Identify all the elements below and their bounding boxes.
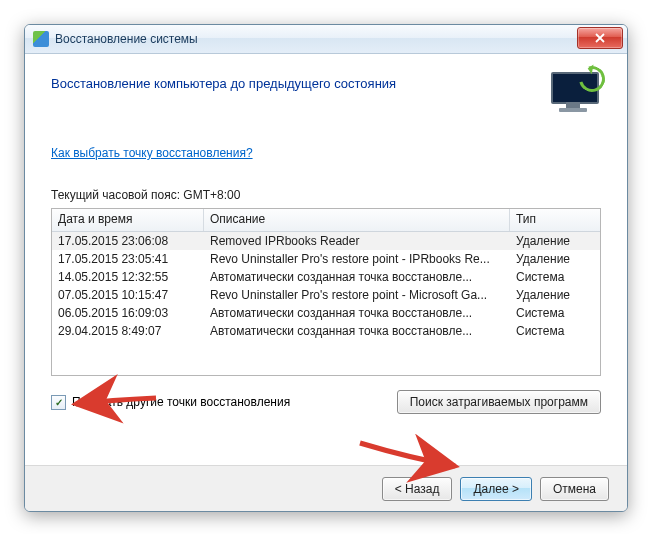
next-button[interactable]: Далее > [460,477,532,501]
close-icon [595,33,605,43]
cell-description: Автоматически созданная точка восстановл… [204,269,510,285]
table-row[interactable]: 17.05.2015 23:06:08 Removed IPRbooks Rea… [52,232,600,250]
checkbox-label: Показать другие точки восстановления [72,395,290,409]
scan-affected-button[interactable]: Поиск затрагиваемых программ [397,390,601,414]
help-link[interactable]: Как выбрать точку восстановления? [51,146,253,160]
cell-type: Удаление [510,287,600,303]
table-row[interactable]: 29.04.2015 8:49:07 Автоматически созданн… [52,322,600,340]
cell-type: Система [510,323,600,339]
back-button[interactable]: < Назад [382,477,453,501]
table-row[interactable]: 07.05.2015 10:15:47 Revo Uninstaller Pro… [52,286,600,304]
cell-description: Revo Uninstaller Pro's restore point - I… [204,251,510,267]
cell-description: Revo Uninstaller Pro's restore point - M… [204,287,510,303]
checkbox-box: ✓ [51,395,66,410]
cancel-button[interactable]: Отмена [540,477,609,501]
table-header: Дата и время Описание Тип [52,209,600,232]
restore-icon [547,72,601,116]
table-body: 17.05.2015 23:06:08 Removed IPRbooks Rea… [52,232,600,340]
cell-datetime: 17.05.2015 23:05:41 [52,251,204,267]
cell-type: Удаление [510,233,600,249]
show-more-checkbox[interactable]: ✓ Показать другие точки восстановления [51,395,290,410]
app-icon [33,31,49,47]
table-row[interactable]: 06.05.2015 16:09:03 Автоматически создан… [52,304,600,322]
restore-points-table: Дата и время Описание Тип 17.05.2015 23:… [51,208,601,376]
col-description[interactable]: Описание [204,209,510,231]
cell-datetime: 06.05.2015 16:09:03 [52,305,204,321]
timezone-label: Текущий часовой пояс: GMT+8:00 [51,188,601,202]
cell-datetime: 14.05.2015 12:32:55 [52,269,204,285]
cell-description: Автоматически созданная точка восстановл… [204,305,510,321]
col-type[interactable]: Тип [510,209,600,231]
cell-datetime: 17.05.2015 23:06:08 [52,233,204,249]
col-datetime[interactable]: Дата и время [52,209,204,231]
table-row[interactable]: 17.05.2015 23:05:41 Revo Uninstaller Pro… [52,250,600,268]
cell-datetime: 29.04.2015 8:49:07 [52,323,204,339]
cell-description: Автоматически созданная точка восстановл… [204,323,510,339]
cell-type: Удаление [510,251,600,267]
cell-type: Система [510,305,600,321]
page-heading: Восстановление компьютера до предыдущего… [51,76,396,91]
cell-datetime: 07.05.2015 10:15:47 [52,287,204,303]
titlebar[interactable]: Восстановление системы [25,25,627,54]
wizard-buttons: < Назад Далее > Отмена [25,465,627,512]
close-button[interactable] [577,27,623,49]
table-row[interactable]: 14.05.2015 12:32:55 Автоматически создан… [52,268,600,286]
system-restore-dialog: Восстановление системы Восстановление ко… [24,24,628,512]
cell-type: Система [510,269,600,285]
cell-description: Removed IPRbooks Reader [204,233,510,249]
window-title: Восстановление системы [55,32,198,46]
